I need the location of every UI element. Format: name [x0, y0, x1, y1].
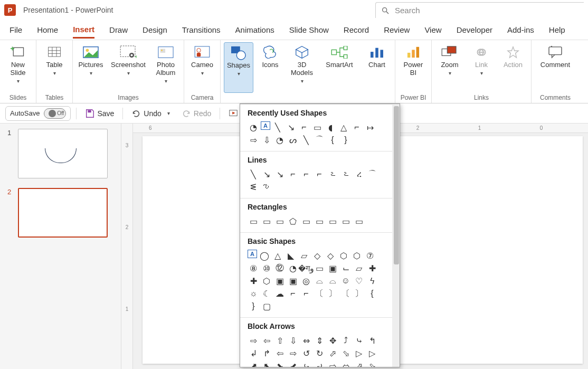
shape-option[interactable]: ╲ — [272, 121, 283, 133]
tab-record[interactable]: Record — [344, 22, 369, 37]
shape-option[interactable]: ఽ — [327, 168, 338, 180]
shape-option[interactable]: ⤷ — [353, 335, 365, 346]
shape-option[interactable]: ◯ — [259, 250, 270, 261]
shape-option[interactable]: ✚ — [366, 262, 378, 274]
table-button[interactable]: Table▾ — [40, 42, 69, 93]
shape-option[interactable]: ▭ — [261, 215, 272, 227]
shape-option[interactable]: ↺ — [300, 347, 312, 359]
shape-option[interactable]: �गو — [300, 262, 312, 274]
shape-option[interactable]: ◖ — [325, 121, 336, 133]
tab-review[interactable]: Review — [384, 22, 410, 37]
photo-album-button[interactable]: Photo Album▾ — [151, 42, 181, 93]
chevron-down-icon[interactable]: ▾ — [167, 110, 170, 116]
shape-option[interactable]: ⬂ — [366, 360, 378, 367]
shape-option[interactable]: { — [327, 134, 338, 146]
shape-option[interactable]: ⇨ — [248, 134, 259, 146]
tab-view[interactable]: View — [424, 22, 441, 37]
tab-slideshow[interactable]: Slide Show — [289, 22, 329, 37]
tab-file[interactable]: File — [10, 22, 22, 37]
shape-option[interactable]: ↰ — [366, 335, 378, 346]
shape-option[interactable]: ↘ — [261, 168, 272, 180]
shape-option[interactable]: 〔 — [340, 288, 352, 299]
shape-option[interactable]: ϟ — [366, 275, 378, 287]
shape-option[interactable]: ☾ — [261, 288, 272, 299]
tab-draw[interactable]: Draw — [109, 22, 128, 37]
shape-option[interactable]: ⇨ — [248, 335, 259, 346]
shape-option[interactable]: ▣ — [287, 275, 299, 287]
shape-option[interactable]: ▷ — [353, 347, 365, 359]
shape-option[interactable]: ◔ — [274, 134, 286, 146]
3d-models-button[interactable]: 3D Models▾ — [287, 42, 317, 93]
shape-option[interactable]: A — [261, 121, 270, 130]
tab-transitions[interactable]: Transitions — [182, 22, 221, 37]
shape-option[interactable]: ▢ — [261, 300, 272, 312]
shape-option[interactable]: ▣ — [274, 275, 286, 287]
autosave-toggle[interactable]: AutoSave Off — [5, 106, 71, 121]
pictures-button[interactable]: Pictures▾ — [76, 42, 106, 93]
icons-button[interactable]: Icons — [255, 42, 285, 93]
chart-button[interactable]: Chart — [362, 42, 392, 93]
shape-option[interactable]: ⬡ — [351, 250, 363, 261]
shape-option[interactable]: ⬄ — [340, 360, 352, 367]
shape-option[interactable]: ⌙ — [340, 262, 352, 274]
scroll-thumb[interactable] — [394, 106, 399, 264]
shape-option[interactable]: ▭ — [353, 215, 365, 227]
shape-option[interactable]: } — [248, 300, 259, 312]
shape-option[interactable]: ⇕ — [314, 335, 325, 346]
shape-option[interactable]: ▭ — [274, 215, 286, 227]
shape-option[interactable]: ⇨ — [287, 347, 299, 359]
shape-option[interactable]: ⇨ — [327, 360, 338, 367]
shape-option[interactable]: ╲ — [300, 134, 312, 146]
undo-button[interactable]: Undo ▾ — [128, 107, 173, 120]
shape-option[interactable]: ▱ — [298, 250, 310, 261]
shape-option[interactable]: ☺ — [340, 275, 352, 287]
shape-option[interactable]: { — [366, 288, 378, 299]
shape-option[interactable]: ▭ — [314, 262, 325, 274]
shape-option[interactable]: ⬂ — [340, 347, 352, 359]
shape-option[interactable]: ⤴ — [340, 335, 352, 346]
shape-option[interactable]: ☁ — [274, 288, 286, 299]
shape-option[interactable]: ⌐ — [351, 121, 363, 133]
shape-option[interactable]: ⑫ — [274, 262, 286, 274]
shape-option[interactable]: ⇦ — [261, 335, 272, 346]
shape-option[interactable]: ▭ — [327, 215, 338, 227]
shape-option[interactable]: ⑩ — [261, 262, 272, 274]
shape-option[interactable]: ᓬ — [248, 181, 259, 193]
shape-option[interactable]: ◇ — [325, 250, 336, 261]
shape-option[interactable]: ▭ — [248, 215, 259, 227]
shape-option[interactable]: ⌒ — [366, 168, 378, 180]
shape-option[interactable]: ⇧ — [274, 335, 286, 346]
shape-option[interactable]: ╲ — [248, 168, 259, 180]
smartart-button[interactable]: SmartArt — [319, 42, 360, 93]
shape-option[interactable]: ⌐ — [314, 168, 325, 180]
shape-option[interactable]: ⬋ — [287, 360, 299, 367]
autosave-switch[interactable]: Off — [44, 108, 66, 119]
shape-option[interactable]: ⌐ — [287, 288, 299, 299]
zoom-button[interactable]: Zoom▾ — [435, 42, 464, 93]
power-bi-button[interactable]: Power BI — [399, 42, 428, 93]
shape-option[interactable]: ⬠ — [287, 215, 299, 227]
shape-option[interactable]: ◔ — [248, 121, 259, 133]
shape-option[interactable]: ⌐ — [287, 168, 299, 180]
shape-option[interactable]: ⌓ — [327, 275, 338, 287]
shape-option[interactable]: ↱ — [261, 347, 272, 359]
shape-option[interactable]: ⌐ — [300, 288, 312, 299]
slide-1-preview[interactable] — [18, 129, 108, 178]
cameo-button[interactable]: Cameo▾ — [187, 42, 217, 93]
shape-option[interactable]: ◣ — [285, 250, 297, 261]
shape-option[interactable]: ⑦ — [364, 250, 376, 261]
shape-option[interactable]: ↻ — [314, 347, 325, 359]
shape-option[interactable]: ⑧ — [248, 262, 259, 274]
shape-option[interactable]: ✚ — [248, 275, 259, 287]
tab-developer[interactable]: Developer — [457, 22, 492, 37]
tab-design[interactable]: Design — [143, 22, 167, 37]
thumbnail-1[interactable]: 1 — [7, 129, 113, 178]
thumbnail-2[interactable]: 2 — [7, 188, 113, 238]
shape-option[interactable]: ✥ — [327, 335, 338, 346]
tab-animations[interactable]: Animations — [235, 22, 274, 37]
shape-option[interactable]: ⌓ — [314, 275, 325, 287]
shape-option[interactable]: ረ — [353, 168, 365, 180]
shape-option[interactable]: ◔ — [287, 262, 299, 274]
shape-option[interactable]: ⬈ — [248, 360, 259, 367]
shape-option[interactable]: ◎ — [300, 275, 312, 287]
